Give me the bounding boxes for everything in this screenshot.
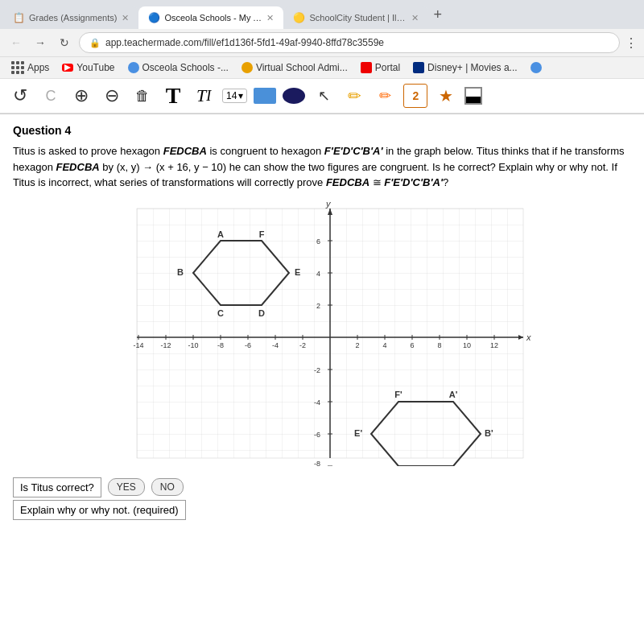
pen-tool-button[interactable]: ✏ [342,84,366,108]
font-size-select[interactable]: 14 ▾ [222,89,247,103]
extra-icon [530,62,542,73]
forward-button[interactable]: → [31,33,50,52]
is-correct-label: Is Titus correct? [13,477,101,497]
svg-text:-12: -12 [160,341,171,349]
tab-close-schoolcity[interactable]: ✕ [411,13,419,23]
extensions-icon[interactable]: ⋮ [625,35,638,51]
label-B: B [177,267,184,277]
svg-text:-14: -14 [133,341,143,349]
svg-text:-2: -2 [299,341,306,349]
svg-text:6: 6 [410,341,414,349]
tab-title-schoolcity: SchoolCity Student | Illuminate E... [309,13,407,23]
bookmark-disney-label: Disney+ | Movies a... [427,62,518,73]
bookmark-portal[interactable]: Portal [356,60,405,75]
answer-section: Is Titus correct? YES NO Explain why or … [13,477,631,517]
color-picker-button[interactable] [464,87,482,105]
bookmarks-bar: Apps YouTube Osceola Schools -... Virtua… [0,57,644,79]
lock-icon: 🔒 [89,38,101,48]
label-F-prime: F' [394,390,402,399]
back-button[interactable]: ← [6,33,26,52]
svg-text:12: 12 [490,341,498,349]
label-D: D [258,308,265,318]
refresh-button[interactable]: ↻ [55,33,74,52]
tab-close-osceola[interactable]: ✕ [266,13,274,23]
circle-tool-button[interactable] [283,88,305,104]
graph-container: x y -14 -12 -10 -8 -6 -4 -2 2 4 6 8 10 1… [113,200,531,466]
tab-osceola[interactable]: 🔵 Osceola Schools - My Apps ✕ [138,6,283,29]
svg-text:y: y [325,200,332,208]
hexagon-primed-2: F'E'D'C'B'A' [384,176,443,188]
label-E-prime: E' [354,428,362,438]
font-size-arrow-icon: ▾ [238,90,243,101]
delete-button[interactable]: 🗑 [130,84,155,108]
tab-grades[interactable]: 📋 Grades (Assignments) ✕ [3,6,138,29]
label-E: E [295,267,300,277]
tab-favicon-osceola: 🔵 [148,12,159,23]
tab-close-grades[interactable]: ✕ [122,13,129,23]
svg-text:-10: -10 [188,341,198,349]
bookmark-portal-label: Portal [375,62,400,73]
tab-title-grades: Grades (Assignments) [29,13,117,23]
svg-text:4: 4 [382,341,386,349]
font-size-value: 14 [226,90,237,101]
svg-text:x: x [526,332,531,342]
undo-button[interactable]: ↺ [8,84,32,108]
highlight-tool-button[interactable]: ✏ [373,84,397,108]
apps-grid-icon [11,61,24,74]
url-text: app.teachermade.com/fill/ef1d136f-5fd1-4… [105,37,384,48]
osceola-icon [128,62,139,73]
hexagon-primed-1: F'E'D'C'B'A' [324,145,383,157]
svg-text:-6: -6 [314,431,320,439]
bookmark-youtube[interactable]: YouTube [57,60,119,75]
label-C: C [217,308,224,318]
bookmark-apps[interactable]: Apps [6,60,54,76]
question-label: Question 4 [13,124,631,137]
tab-favicon-grades: 📋 [13,12,24,23]
label-A: A [217,229,224,239]
bookmark-disney[interactable]: Disney+ | Movies a... [408,60,522,75]
tab-bar: 📋 Grades (Assignments) ✕ 🔵 Osceola Schoo… [0,0,644,29]
label-B-prime: B' [485,428,493,438]
no-button[interactable]: NO [151,478,184,496]
bookmark-osceola[interactable]: Osceola Schools -... [123,60,233,75]
disney-icon [413,62,424,73]
explain-label: Explain why or why not. (required) [13,500,186,520]
bookmark-apps-label: Apps [27,62,49,73]
bookmark-osceola-label: Osceola Schools -... [142,62,229,73]
virtual-school-icon [242,62,253,73]
rectangle-tool-button[interactable] [254,88,276,104]
hexagon-fedcba-1: FEDCBA [163,145,207,157]
svg-text:6: 6 [316,237,320,246]
youtube-icon [62,64,73,72]
svg-text:8: 8 [437,341,441,349]
svg-text:2: 2 [355,341,359,349]
address-row: ← → ↻ 🔒 app.teachermade.com/fill/ef1d136… [0,29,644,57]
yes-button[interactable]: YES [108,478,145,496]
zoom-out-button[interactable]: ⊖ [100,84,124,108]
tab-schoolcity[interactable]: 🟡 SchoolCity Student | Illuminate E... ✕ [283,6,428,29]
new-tab-button[interactable]: + [428,6,447,23]
portal-icon [361,62,372,73]
svg-text:-4: -4 [272,341,279,349]
page-content: Question 4 Titus is asked to prove hexag… [0,114,644,526]
address-bar[interactable]: 🔒 app.teachermade.com/fill/ef1d136f-5fd1… [79,32,620,53]
svg-text:-6: -6 [245,341,251,349]
bookmark-virtual-school-label: Virtual School Admi... [256,62,348,73]
hexagon-fedcba-3: FEDCBA [326,176,369,188]
label-F: F [259,229,265,239]
bookmark-virtual-school[interactable]: Virtual School Admi... [237,60,353,75]
svg-text:2: 2 [316,302,320,310]
bookmark-extra[interactable] [526,60,547,75]
tab-title-osceola: Osceola Schools - My Apps [164,13,262,23]
text-italic-button[interactable]: TI [192,84,216,108]
hexagon-fedcba-2: FEDCBA [56,161,100,173]
star-tool-button[interactable]: ★ [434,84,458,108]
svg-text:-2: -2 [314,366,320,374]
svg-text:4: 4 [316,270,320,278]
redo-button[interactable]: C [39,84,63,108]
browser-chrome: 📋 Grades (Assignments) ✕ 🔵 Osceola Schoo… [0,0,644,114]
cursor-tool-button[interactable]: ↖ [312,84,336,108]
coordinate-graph: x y -14 -12 -10 -8 -6 -4 -2 2 4 6 8 10 1… [113,200,531,466]
text-bold-button[interactable]: T [161,84,185,108]
zoom-in-button[interactable]: ⊕ [69,84,93,108]
